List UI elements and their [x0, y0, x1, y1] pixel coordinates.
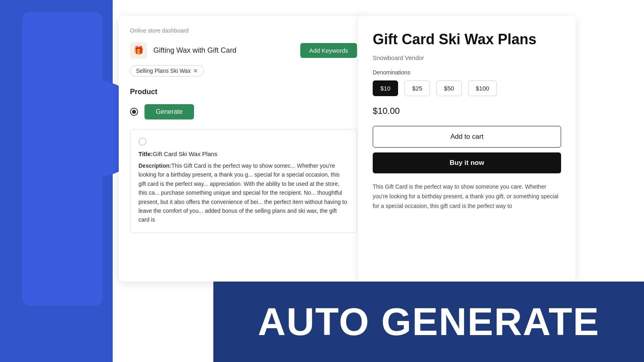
result-radio[interactable]	[138, 138, 147, 146]
bottom-banner: AUTO GENERATE	[213, 282, 644, 362]
add-to-cart-button[interactable]: Add to cart	[373, 126, 561, 148]
product-price: $10.00	[373, 106, 561, 116]
result-box: Title:Gift Card Ski Wax Plans Descriptio…	[130, 129, 357, 233]
denominations-label: Denominations	[373, 69, 561, 76]
tag-selling-plans: Selling Plans Ski Wax ✕	[130, 65, 204, 76]
add-keywords-button[interactable]: Add Keywords	[300, 43, 357, 58]
result-title: Title:Gift Card Ski Wax Plans	[138, 150, 349, 157]
denom-10-button[interactable]: $10	[373, 80, 398, 96]
denom-50-button[interactable]: $50	[436, 80, 462, 96]
result-desc-text: This Gift Card is the perfect way to sho…	[138, 162, 347, 223]
keyword-row: 🎁 Gifting Wax with Gift Card Add Keyword…	[130, 42, 357, 59]
radio-dot	[132, 110, 136, 114]
tag-row: Selling Plans Ski Wax ✕	[130, 65, 357, 76]
denom-100-button[interactable]: $100	[468, 80, 497, 96]
product-description: This Gift Card is the perfect way to sho…	[373, 182, 561, 211]
generate-button[interactable]: Generate	[144, 104, 194, 119]
result-title-value: Gift Card Ski Wax Plans	[153, 150, 217, 157]
product-card: Gift Card Ski Wax Plans Snowboard Vendor…	[358, 16, 576, 282]
result-description: Description:This Gift Card is the perfec…	[138, 161, 349, 224]
result-desc-prefix: Description:	[138, 162, 171, 169]
keyword-label: Gifting Wax with Gift Card	[153, 46, 294, 55]
buy-now-button[interactable]: Buy it now	[373, 152, 561, 173]
generate-row: Generate	[130, 104, 357, 119]
tag-label: Selling Plans Ski Wax	[136, 68, 191, 74]
denom-25-button[interactable]: $25	[405, 80, 430, 96]
product-vendor: Snowboard Vendor	[373, 54, 561, 61]
product-title: Gift Card Ski Wax Plans	[373, 31, 561, 48]
tag-close-icon[interactable]: ✕	[193, 68, 198, 74]
banner-text: AUTO GENERATE	[258, 300, 599, 344]
section-title: Product	[130, 88, 357, 96]
radio-selected[interactable]	[130, 108, 138, 116]
dashboard-title: Online store dashboard	[130, 27, 357, 34]
denominations-row: $10 $25 $50 $100	[373, 80, 561, 96]
dashboard-panel: Online store dashboard 🎁 Gifting Wax wit…	[119, 16, 368, 282]
result-title-prefix: Title:	[138, 150, 153, 157]
gift-icon: 🎁	[130, 42, 147, 59]
